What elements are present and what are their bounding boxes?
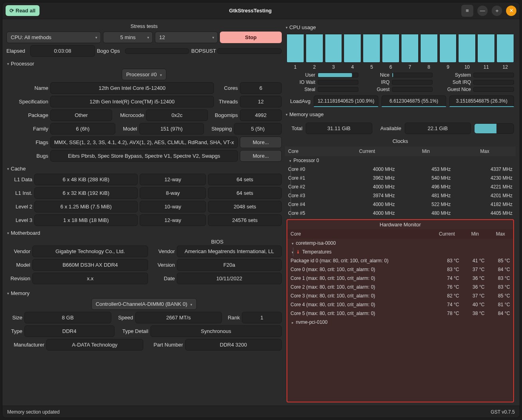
proc-flags-more-button[interactable]: More...: [240, 137, 282, 148]
cache-size-field: 1 x 18 MiB (18 MiB): [34, 214, 138, 226]
memory-selector-combo[interactable]: Controller0-ChannelA-DIMM0 (BANK 0): [91, 298, 197, 310]
softirq-label: Soft IRQ: [435, 79, 471, 85]
cpu-core-bar: [344, 34, 361, 63]
refresh-icon: ⟳: [10, 8, 14, 14]
hwmon-row[interactable]: Core 1 (max: 80, crit: 100, crit_alarm: …: [287, 274, 513, 283]
clocks-table: CoreCurrentMinMax ▾ Processor 0Core #040…: [285, 147, 516, 218]
stop-button[interactable]: Stop: [220, 32, 282, 43]
cpu-core-index: 9: [439, 64, 457, 70]
steal-label: Steal: [287, 87, 315, 92]
hwmon-col[interactable]: Max: [488, 229, 513, 239]
cache-sets-field: 24576 sets: [208, 214, 282, 226]
stress-heading: Stress tests: [6, 22, 282, 32]
hwmon-col[interactable]: Min: [462, 229, 488, 239]
guestnice-label: Guest Nice: [435, 87, 471, 92]
proc-stepping-field: 5 (5h): [234, 123, 282, 135]
cpu-core-index: 8: [420, 64, 438, 70]
proc-family-label: Family: [6, 126, 48, 132]
cpu-core-bar: [420, 34, 438, 63]
processor-expander[interactable]: Processor: [6, 59, 282, 69]
mobo-revision-label: Revision: [6, 275, 30, 281]
status-right: GST v0.7.5: [491, 409, 515, 415]
cache-sets-field: 64 sets: [208, 187, 282, 199]
read-all-button[interactable]: ⟳ Read all: [6, 5, 40, 16]
cache-ways-field: 10-way: [140, 201, 206, 212]
mem-detail-label: Type Detail: [117, 328, 148, 334]
memusage-expander[interactable]: Memory usage: [285, 109, 516, 119]
clocks-col[interactable]: Max: [454, 147, 516, 156]
clocks-col[interactable]: Current: [336, 147, 398, 156]
mobo-vendor-field: Gigabyte Technology Co., Ltd.: [32, 246, 148, 257]
hwmon-row[interactable]: Core 3 (max: 80, crit: 100, crit_alarm: …: [287, 291, 513, 300]
proc-bugs-more-button[interactable]: More...: [240, 150, 282, 162]
cpu-core-bar: [382, 34, 399, 63]
hwmon-heading: Hardware Monitor: [287, 220, 513, 229]
hwmon-row[interactable]: Core 5 (max: 80, crit: 100, crit_alarm: …: [287, 309, 513, 318]
iowait-label: IO Wait: [287, 79, 315, 85]
guestnice-bar: [473, 87, 514, 92]
elapsed-label: Elapsed: [6, 48, 28, 54]
mem-part-field: DDR4 3200: [185, 339, 282, 351]
proc-model-field: 151 (97h): [139, 123, 204, 135]
clocks-row[interactable]: Core #44000 MHz522 MHz4182 MHz: [285, 200, 516, 209]
cpu-core-bar: [439, 34, 457, 63]
proc-stepping-label: Stepping: [206, 126, 232, 132]
menu-button[interactable]: ≡: [461, 5, 473, 17]
memory-expander[interactable]: Memory: [6, 288, 282, 298]
guest-label: Guest: [361, 87, 390, 92]
processor-selector-combo[interactable]: Processor #0: [122, 69, 166, 80]
mobo-model-label: Model: [6, 262, 30, 268]
hwmon-row[interactable]: Core 4 (max: 80, crit: 100, crit_alarm: …: [287, 300, 513, 309]
clocks-col[interactable]: Min: [398, 147, 454, 156]
proc-flags-field: MMX, SSE(1, 2, 3, 3S, 4.1, 4.2), AVX(1, …: [50, 137, 238, 148]
nice-label: Nice: [361, 72, 390, 78]
hwmon-col[interactable]: Current: [431, 229, 462, 239]
mem-speed-field: 2667 MT/s: [135, 312, 222, 323]
clocks-row[interactable]: Core #13962 MHz540 MHz4230 MHz: [285, 174, 516, 182]
proc-model-label: Model: [117, 126, 137, 132]
mem-type-label: Type: [6, 328, 22, 334]
cpu-core-index: 5: [363, 64, 380, 70]
cpu-core-index: 6: [382, 64, 399, 70]
mem-size-field: 8 GB: [24, 312, 111, 323]
mem-detail-field: Synchronous: [150, 325, 282, 337]
cpu-core-index: 12: [496, 64, 514, 70]
cpu-core-index: 7: [401, 64, 419, 70]
cache-sets-field: 2048 sets: [208, 201, 282, 212]
stress-method-combo[interactable]: CPU: All methods: [6, 32, 101, 43]
cpuusage-expander[interactable]: CPU usage: [285, 22, 516, 32]
clocks-row[interactable]: Core #54000 MHz480 MHz4405 MHz: [285, 209, 516, 218]
hwmon-row[interactable]: Core 0 (max: 80, crit: 100, crit_alarm: …: [287, 265, 513, 274]
elapsed-field: 0:03:08: [30, 45, 95, 57]
hwmon-col[interactable]: Core: [287, 229, 431, 239]
hwmon-sensor-row[interactable]: ▾ coretemp-isa-0000: [287, 239, 513, 248]
guest-bar: [392, 87, 433, 92]
user-label: User: [287, 72, 315, 78]
motherboard-expander[interactable]: Motherboard: [6, 228, 282, 238]
cache-expander[interactable]: Cache: [6, 164, 282, 174]
minimize-button[interactable]: —: [477, 6, 488, 16]
proc-cores-field: 6: [240, 82, 282, 94]
hwmon-row[interactable]: Package id 0 (max: 80, crit: 100, crit_a…: [287, 256, 513, 265]
memtotal-label: Total: [287, 125, 303, 131]
maximize-button[interactable]: ＋: [492, 6, 502, 16]
mem-speed-label: Speed: [113, 315, 133, 321]
stress-workers-combo[interactable]: 12: [155, 32, 218, 43]
clocks-col[interactable]: Core: [285, 147, 336, 156]
clocks-row[interactable]: Core #24000 MHz496 MHz4221 MHz: [285, 182, 516, 191]
bopsust-label: BOPSUST: [191, 48, 215, 54]
cpu-core-bar: [287, 34, 304, 63]
hwmon-temps-row[interactable]: ▾ 🌡Temperatures: [287, 248, 513, 256]
clocks-row[interactable]: Core #33974 MHz481 MHz4201 MHz: [285, 191, 516, 200]
hwmon-row[interactable]: Core 2 (max: 80, crit: 100, crit_alarm: …: [287, 283, 513, 291]
softirq-bar: [473, 80, 514, 85]
stress-duration-combo[interactable]: 5 mins: [103, 32, 153, 43]
cpu-core-index: 10: [458, 64, 476, 70]
close-button[interactable]: ✕: [506, 6, 516, 16]
hwmon-nvme-row[interactable]: ▸ nvme-pci-0100: [287, 318, 513, 327]
cache-sets-field: 64 sets: [208, 174, 282, 185]
irq-bar: [392, 80, 433, 85]
clocks-row[interactable]: Core #04000 MHz453 MHz4337 MHz: [285, 165, 516, 174]
loadavg-5: 6.6123046875 (55.1%): [382, 95, 446, 107]
clocks-parent-row[interactable]: ▾ Processor 0: [285, 156, 516, 165]
